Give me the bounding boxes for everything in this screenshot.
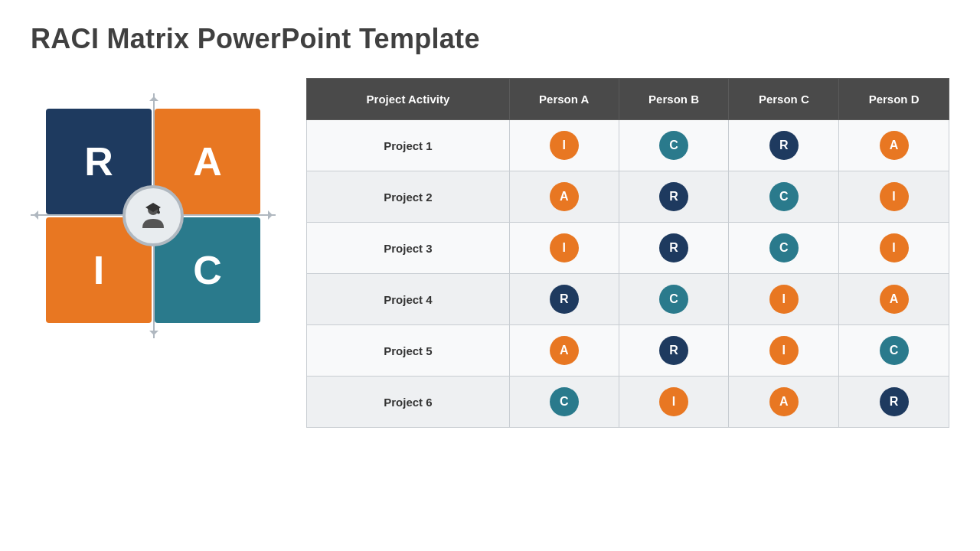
raci-cell: C — [839, 325, 949, 377]
raci-badge: A — [880, 285, 909, 314]
header-person-d: Person D — [839, 79, 949, 120]
raci-badge: I — [880, 182, 909, 211]
svg-point-3 — [157, 211, 160, 214]
raci-table: Project Activity Person A Person B Perso… — [306, 78, 949, 428]
table-row: Project 3IRCI — [307, 223, 949, 274]
table-row: Project 2ARCI — [307, 171, 949, 223]
raci-cell: I — [509, 223, 619, 274]
raci-cell: A — [729, 377, 839, 428]
center-icon — [122, 185, 184, 246]
table-row: Project 6CIAR — [307, 377, 949, 428]
raci-badge: R — [659, 233, 688, 262]
raci-badge: I — [880, 233, 909, 262]
raci-cell: C — [509, 377, 619, 428]
raci-badge: I — [550, 233, 579, 262]
raci-cell: I — [619, 377, 729, 428]
raci-badge: I — [659, 387, 688, 416]
raci-badge: C — [550, 387, 579, 416]
raci-badge: C — [659, 285, 688, 314]
raci-cell: R — [839, 377, 949, 428]
raci-cell: C — [729, 171, 839, 223]
raci-badge: I — [769, 336, 799, 365]
raci-cell: A — [509, 171, 619, 223]
raci-badge: I — [550, 131, 579, 160]
raci-cell: R — [509, 274, 619, 325]
project-label: Project 4 — [307, 274, 510, 325]
raci-badge: R — [659, 336, 688, 365]
raci-cell: I — [729, 274, 839, 325]
raci-badge: R — [880, 387, 909, 416]
header-project-activity: Project Activity — [307, 79, 510, 120]
raci-table-container: Project Activity Person A Person B Perso… — [306, 78, 949, 428]
raci-badge: R — [769, 131, 799, 160]
raci-cell: C — [729, 223, 839, 274]
page-title: RACI Matrix PowerPoint Template — [31, 23, 949, 55]
raci-badge: C — [659, 131, 688, 160]
raci-cell: R — [619, 223, 729, 274]
table-row: Project 4RCIA — [307, 274, 949, 325]
raci-cell: R — [619, 325, 729, 377]
raci-badge: I — [769, 285, 799, 314]
raci-cell: I — [839, 223, 949, 274]
content-area: R A I C — [31, 78, 949, 536]
raci-badge: C — [880, 336, 909, 365]
table-row: Project 1ICRA — [307, 120, 949, 171]
header-person-b: Person B — [619, 79, 729, 120]
project-label: Project 5 — [307, 325, 510, 377]
raci-badge: C — [769, 233, 799, 262]
raci-cell: I — [839, 171, 949, 223]
raci-badge: R — [659, 182, 688, 211]
raci-cell: I — [729, 325, 839, 377]
raci-cell: C — [619, 120, 729, 171]
raci-badge: R — [550, 285, 579, 314]
raci-badge: A — [550, 336, 579, 365]
raci-cell: A — [839, 274, 949, 325]
header-person-c: Person C — [729, 79, 839, 120]
raci-badge: C — [769, 182, 799, 211]
project-label: Project 1 — [307, 120, 510, 171]
table-row: Project 5ARIC — [307, 325, 949, 377]
raci-badge: A — [550, 182, 579, 211]
table-header-row: Project Activity Person A Person B Perso… — [307, 79, 949, 120]
page: RACI Matrix PowerPoint Template R A I C — [0, 0, 980, 551]
raci-badge: A — [880, 131, 909, 160]
raci-cell: I — [509, 120, 619, 171]
raci-badge: A — [769, 387, 799, 416]
project-label: Project 6 — [307, 377, 510, 428]
project-label: Project 3 — [307, 223, 510, 274]
raci-diagram: R A I C — [31, 93, 276, 461]
raci-cell: R — [729, 120, 839, 171]
project-label: Project 2 — [307, 171, 510, 223]
raci-cell: R — [619, 171, 729, 223]
raci-cell: A — [839, 120, 949, 171]
gear-circle — [122, 185, 184, 246]
person-icon — [136, 199, 170, 233]
raci-cell: C — [619, 274, 729, 325]
header-person-a: Person A — [509, 79, 619, 120]
raci-cell: A — [509, 325, 619, 377]
